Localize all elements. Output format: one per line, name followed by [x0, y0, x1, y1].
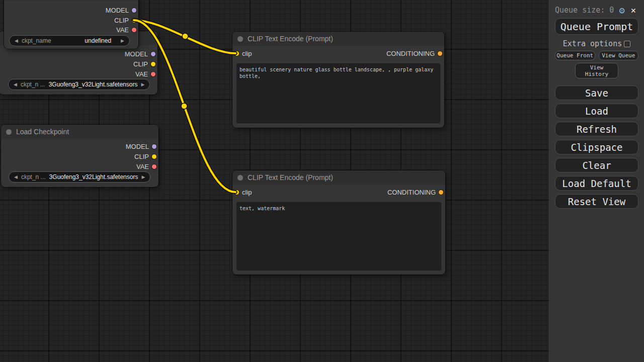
node-collapse-dot[interactable] — [6, 129, 12, 135]
combo-right-arrow-icon[interactable]: ▶ — [121, 39, 124, 43]
output-slot-vae[interactable]: VAE — [135, 69, 155, 79]
positive-prompt-textarea[interactable]: beautiful scenery nature glass bottle la… — [236, 63, 440, 123]
node-collapse-dot[interactable] — [237, 175, 243, 180]
slot-label: clip — [242, 50, 252, 57]
conditioning-slot-dot[interactable] — [439, 190, 443, 195]
view-history-line2: History — [585, 71, 608, 77]
combo-left-arrow-icon[interactable]: ◀ — [14, 82, 17, 87]
view-queue-button[interactable]: View Queue — [599, 51, 639, 60]
combo-left-arrow-icon[interactable]: ◀ — [14, 175, 18, 179]
vae-slot-dot[interactable] — [132, 28, 136, 32]
clip-slot-dot[interactable] — [152, 154, 156, 159]
output-slot-conditioning[interactable]: CONDITIONING — [386, 48, 442, 58]
model-slot-dot[interactable] — [152, 144, 156, 149]
output-slot-clip[interactable]: CLIP — [114, 15, 136, 25]
widget-value: 3Guofeng3_v32Light.safetensors — [49, 81, 138, 88]
negative-prompt-textarea[interactable]: text, watermark — [236, 202, 441, 270]
slot-label: VAE — [116, 26, 129, 34]
queue-prompt-button[interactable]: Queue Prompt — [555, 18, 638, 35]
node-clip-text-encode-negative[interactable]: CLIP Text Encode (Prompt) clip CONDITION… — [232, 170, 445, 275]
widget-value: 3Guofeng3_v32Light.safetensors — [49, 173, 138, 180]
combo-right-arrow-icon[interactable]: ▶ — [141, 175, 145, 179]
extra-options-checkbox[interactable] — [624, 41, 630, 47]
link-midpoint-dot — [181, 103, 187, 109]
clip-slot-dot[interactable] — [151, 62, 155, 66]
vae-slot-dot[interactable] — [152, 164, 156, 169]
settings-gear-icon[interactable]: ⚙ — [619, 6, 624, 15]
output-slot-conditioning[interactable]: CONDITIONING — [387, 187, 443, 197]
model-slot-dot[interactable] — [151, 52, 155, 56]
slot-label: CLIP — [133, 60, 148, 68]
view-history-button[interactable]: ViewHistory — [575, 63, 618, 78]
load-button[interactable]: Load — [555, 104, 638, 118]
extra-options-label: Extra options — [563, 39, 622, 48]
output-slot-clip[interactable]: CLIP — [133, 59, 155, 69]
node-clip-text-encode-positive[interactable]: CLIP Text Encode (Prompt) clip CONDITION… — [232, 32, 444, 128]
output-slot-model[interactable]: MODEL — [106, 5, 136, 15]
widget-value: undefined — [55, 37, 117, 44]
view-history-line1: View — [590, 64, 604, 71]
node-title: CLIP Text Encode (Prompt) — [248, 173, 333, 182]
slot-label: MODEL — [125, 50, 148, 58]
output-slot-vae[interactable]: VAE — [136, 161, 156, 171]
slot-label: CLIP — [114, 17, 129, 24]
ckpt-name-combo-widget[interactable]: ◀ ckpt_n ... 3Guofeng3_v32Light.safetens… — [8, 79, 150, 90]
node-checkpoint-loader-top[interactable]: MODEL CLIP VAE ◀ ckpt_name undefined ▶ — [4, 0, 138, 49]
comfy-menu-panel: Queue size: 0 ⚙ ✕ Queue Prompt Extra opt… — [549, 0, 644, 362]
combo-left-arrow-icon[interactable]: ◀ — [15, 39, 18, 43]
comfyui-window: MODEL CLIP VAE ◀ ckpt_n ... 3Guofeng3_v3… — [0, 0, 644, 362]
output-slot-model[interactable]: MODEL — [126, 141, 156, 151]
slot-label: MODEL — [126, 143, 149, 150]
widget-label: ckpt_n ... — [21, 173, 46, 180]
node-title: Load Checkpoint — [16, 128, 69, 136]
load-default-button[interactable]: Load Default — [555, 176, 638, 191]
slot-label: VAE — [136, 163, 149, 170]
clipspace-button[interactable]: Clipspace — [555, 140, 638, 154]
combo-right-arrow-icon[interactable]: ▶ — [141, 82, 144, 87]
model-slot-dot[interactable] — [132, 8, 136, 13]
clip-input-dot[interactable] — [234, 190, 239, 195]
node-title-bar[interactable]: CLIP Text Encode (Prompt) — [232, 170, 445, 185]
slot-label: MODEL — [106, 7, 129, 14]
queue-size-label: Queue size: 0 — [555, 6, 614, 15]
node-title-bar[interactable]: Load Checkpoint — [1, 125, 158, 139]
slot-label: CONDITIONING — [387, 189, 436, 196]
vae-slot-dot[interactable] — [151, 72, 155, 76]
input-slot-clip[interactable]: clip — [234, 48, 252, 58]
widget-label: ckpt_name — [22, 37, 51, 44]
slot-label: CLIP — [134, 153, 149, 160]
clip-input-dot[interactable] — [234, 51, 239, 56]
ckpt-name-combo-widget[interactable]: ◀ ckpt_n ... 3Guofeng3_v32Light.safetens… — [9, 171, 150, 183]
output-slot-model[interactable]: MODEL — [125, 49, 155, 59]
output-slot-clip[interactable]: CLIP — [134, 151, 156, 161]
node-collapse-dot[interactable] — [237, 36, 243, 42]
conditioning-slot-dot[interactable] — [438, 51, 442, 56]
output-slot-vae[interactable]: VAE — [116, 25, 136, 35]
clear-button[interactable]: Clear — [555, 158, 638, 172]
widget-label: ckpt_n ... — [21, 81, 45, 88]
queue-front-button[interactable]: Queue Front — [555, 51, 595, 60]
clip-slot-dot[interactable] — [132, 18, 136, 23]
slot-label: CONDITIONING — [386, 50, 435, 57]
node-title-bar[interactable]: CLIP Text Encode (Prompt) — [232, 32, 444, 46]
slot-label: VAE — [135, 70, 148, 78]
link-midpoint-dot — [182, 33, 188, 39]
input-slot-clip[interactable]: clip — [234, 187, 252, 197]
slot-label: clip — [242, 189, 252, 196]
refresh-button[interactable]: Refresh — [555, 122, 638, 136]
node-title: CLIP Text Encode (Prompt) — [248, 35, 333, 43]
save-button[interactable]: Save — [555, 85, 638, 100]
reset-view-button[interactable]: Reset View — [555, 194, 638, 209]
close-icon[interactable]: ✕ — [631, 6, 636, 15]
node-graph-canvas[interactable]: MODEL CLIP VAE ◀ ckpt_n ... 3Guofeng3_v3… — [0, 0, 549, 362]
ckpt-name-combo-widget[interactable]: ◀ ckpt_name undefined ▶ — [9, 35, 130, 46]
node-load-checkpoint[interactable]: Load Checkpoint MODEL CLIP VAE ◀ ckpt_n — [1, 125, 158, 187]
